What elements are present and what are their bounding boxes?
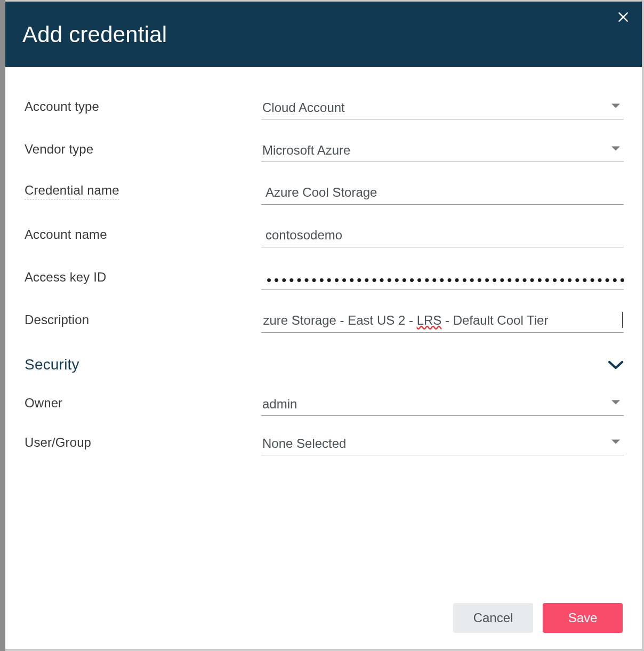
label-credential-name: Credential name bbox=[25, 183, 261, 205]
control-account-type: Cloud Account bbox=[261, 97, 624, 119]
description-input[interactable]: zure Storage - East US 2 - LRS - Default… bbox=[261, 310, 624, 333]
account-name-input[interactable] bbox=[261, 224, 624, 247]
description-part2: - Default Cool Tier bbox=[441, 313, 548, 327]
control-description: zure Storage - East US 2 - LRS - Default… bbox=[261, 310, 624, 333]
row-account-type: Account type Cloud Account bbox=[25, 77, 624, 119]
control-owner: admin bbox=[261, 393, 624, 416]
control-user-group: None Selected bbox=[261, 433, 624, 455]
label-description: Description bbox=[25, 312, 261, 333]
security-section-title: Security bbox=[25, 356, 79, 373]
control-credential-name bbox=[261, 182, 624, 205]
label-vendor-type: Vendor type bbox=[25, 142, 261, 162]
cancel-button[interactable]: Cancel bbox=[453, 603, 533, 633]
row-credential-name: Credential name bbox=[25, 162, 624, 205]
description-spellcheck: LRS bbox=[417, 313, 442, 327]
description-part1: zure Storage - East US 2 - bbox=[262, 313, 417, 327]
control-account-name bbox=[261, 224, 624, 247]
control-vendor-type: Microsoft Azure bbox=[261, 140, 624, 162]
close-button[interactable] bbox=[616, 10, 630, 24]
row-account-name: Account name bbox=[25, 205, 624, 247]
row-access-key-id: Access key ID ••••••••••••••••••••••••••… bbox=[25, 247, 624, 290]
label-user-group: User/Group bbox=[25, 435, 261, 455]
add-credential-modal: Add credential Account type Cloud Accoun… bbox=[5, 2, 642, 649]
row-description: Description zure Storage - East US 2 - L… bbox=[25, 290, 624, 333]
credential-name-input[interactable] bbox=[261, 182, 624, 205]
label-account-type: Account type bbox=[25, 99, 261, 119]
modal-title: Add credential bbox=[22, 22, 167, 47]
label-access-key-id: Access key ID bbox=[25, 270, 261, 290]
password-dots: ••••••••••••••••••••••••••••••••••••••••… bbox=[267, 272, 624, 288]
owner-select[interactable]: admin bbox=[261, 393, 624, 416]
chevron-down-icon bbox=[608, 360, 624, 369]
label-account-name: Account name bbox=[25, 227, 261, 247]
modal-body: Account type Cloud Account Vendor type M… bbox=[5, 67, 642, 603]
vendor-type-select[interactable]: Microsoft Azure bbox=[261, 140, 624, 162]
account-type-select[interactable]: Cloud Account bbox=[261, 97, 624, 119]
security-section-body: Owner admin User/Group None Selected bbox=[25, 376, 624, 455]
label-owner: Owner bbox=[25, 396, 261, 416]
save-button[interactable]: Save bbox=[543, 603, 623, 633]
access-key-id-input[interactable]: ••••••••••••••••••••••••••••••••••••••••… bbox=[261, 269, 624, 290]
modal-footer: Cancel Save bbox=[5, 603, 642, 649]
row-owner: Owner admin bbox=[25, 376, 624, 416]
security-section-toggle[interactable]: Security bbox=[25, 333, 624, 376]
user-group-select[interactable]: None Selected bbox=[261, 433, 624, 455]
close-icon bbox=[616, 10, 630, 24]
row-vendor-type: Vendor type Microsoft Azure bbox=[25, 119, 624, 162]
control-access-key-id: ••••••••••••••••••••••••••••••••••••••••… bbox=[261, 269, 624, 290]
row-user-group: User/Group None Selected bbox=[25, 416, 624, 455]
modal-header: Add credential bbox=[5, 2, 642, 67]
text-caret bbox=[622, 312, 623, 328]
modal-backdrop-rail bbox=[0, 0, 5, 651]
